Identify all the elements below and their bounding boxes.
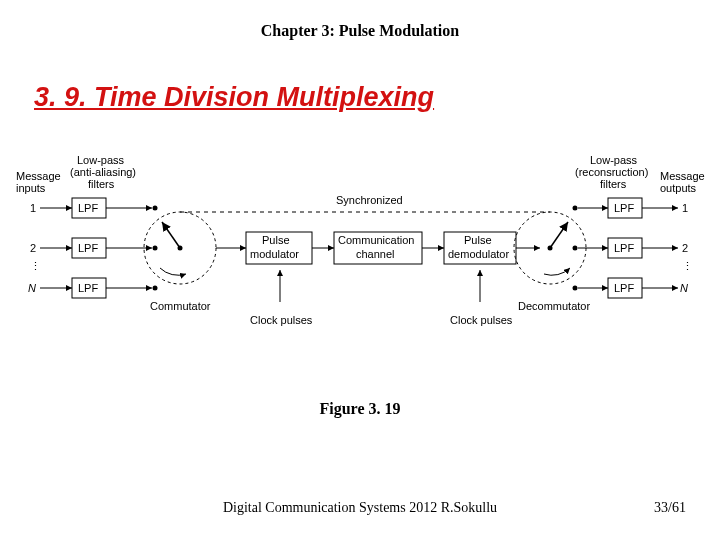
svg-point-18 — [573, 246, 578, 251]
svg-point-8 — [153, 286, 158, 291]
page-number: 33/61 — [654, 500, 686, 516]
commutator-label: Commutator — [150, 300, 211, 312]
pulse-demod-label2: demodulator — [448, 248, 509, 260]
pulse-mod-label2: modulator — [250, 248, 299, 260]
vdots: ⋮ — [30, 260, 41, 272]
input-index-2: 2 — [30, 242, 36, 254]
lpf-label: LPF — [614, 202, 634, 214]
vdots: ⋮ — [682, 260, 693, 272]
footer-source: Digital Communication Systems 2012 R.Sok… — [0, 500, 720, 516]
right-filter-label2: (reconsruction) — [575, 166, 648, 178]
tdm-diagram: Message inputs Low-pass (anti-aliasing) … — [10, 152, 710, 372]
lpf-label: LPF — [78, 202, 98, 214]
lpf-label: LPF — [78, 282, 98, 294]
right-filter-label3: filters — [600, 178, 627, 190]
svg-line-16 — [550, 222, 568, 248]
input-index-1: 1 — [30, 202, 36, 214]
synchronized-label: Synchronized — [336, 194, 403, 206]
clock-label-right: Clock pulses — [450, 314, 513, 326]
chapter-header: Chapter 3: Pulse Modulation — [0, 22, 720, 40]
channel-label: Communication — [338, 234, 414, 246]
section-title: 3. 9. Time Division Multiplexing — [34, 82, 434, 113]
svg-line-10 — [162, 222, 180, 248]
lpf-label: LPF — [78, 242, 98, 254]
svg-point-6 — [153, 206, 158, 211]
channel-label2: channel — [356, 248, 395, 260]
msg-outputs-label: Message — [660, 170, 705, 182]
svg-point-17 — [573, 206, 578, 211]
clock-label-left: Clock pulses — [250, 314, 313, 326]
svg-point-19 — [573, 286, 578, 291]
output-index-1: 1 — [682, 202, 688, 214]
left-filter-label: Low-pass — [77, 154, 125, 166]
input-index-n: N — [28, 282, 36, 294]
figure-caption: Figure 3. 19 — [0, 400, 720, 418]
msg-inputs-label: Message — [16, 170, 61, 182]
decommutator-label: Decommutator — [518, 300, 590, 312]
svg-point-7 — [153, 246, 158, 251]
pulse-demod-label: Pulse — [464, 234, 492, 246]
right-filter-label: Low-pass — [590, 154, 638, 166]
lpf-label: LPF — [614, 282, 634, 294]
msg-inputs-label2: inputs — [16, 182, 46, 194]
left-filter-label2: (anti-aliasing) — [70, 166, 136, 178]
pulse-mod-label: Pulse — [262, 234, 290, 246]
left-filter-label3: filters — [88, 178, 115, 190]
output-index-2: 2 — [682, 242, 688, 254]
msg-outputs-label2: outputs — [660, 182, 697, 194]
lpf-label: LPF — [614, 242, 634, 254]
output-index-n: N — [680, 282, 688, 294]
